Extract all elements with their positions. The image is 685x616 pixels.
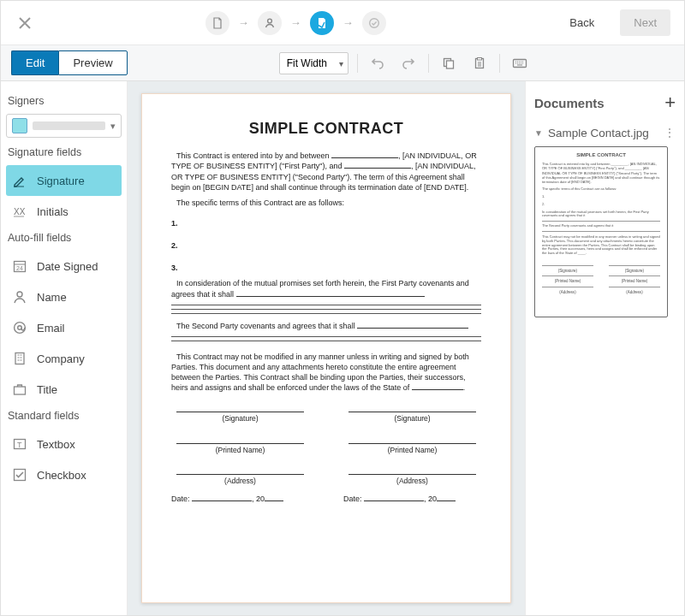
building-icon xyxy=(11,350,28,367)
divider xyxy=(357,54,358,73)
divider xyxy=(499,54,500,73)
chevron-right-icon: → xyxy=(238,16,249,29)
collapse-icon[interactable]: ▼ xyxy=(534,128,543,138)
svg-point-11 xyxy=(15,323,26,334)
add-document-button[interactable]: + xyxy=(664,92,676,114)
doc-title: SIMPLE CONTRACT xyxy=(171,118,481,139)
workspace: Signers ▾ Signature fields Signature XX … xyxy=(1,81,684,615)
field-label: Email xyxy=(37,322,65,335)
wizard-topbar: → → → Back Next xyxy=(1,1,684,45)
field-label: Textbox xyxy=(37,438,75,451)
svg-rect-13 xyxy=(15,353,24,364)
signers-heading: Signers xyxy=(8,95,120,107)
field-label: Initials xyxy=(37,205,68,218)
at-icon xyxy=(11,319,28,336)
doc-paragraph: The Second Party covenants and agrees th… xyxy=(171,321,481,331)
document-canvas[interactable]: SIMPLE CONTRACT This Contract is entered… xyxy=(128,81,525,615)
documents-panel: Documents + ▼ Sample Contact.jpg ⋮ SIMPL… xyxy=(525,81,684,615)
field-signature[interactable]: Signature xyxy=(6,165,122,196)
doc-paragraph: In consideration of the mutual promises … xyxy=(171,278,481,299)
textbox-icon: T xyxy=(11,435,28,453)
document-page[interactable]: SIMPLE CONTRACT This Contract is entered… xyxy=(141,93,511,603)
chevron-right-icon: → xyxy=(290,16,301,29)
sig-caption: (Signature) xyxy=(343,414,481,424)
document-name: Sample Contact.jpg xyxy=(548,127,649,139)
doc-numbered-item: 3. xyxy=(171,263,481,273)
svg-point-1 xyxy=(369,18,378,27)
document-list-item[interactable]: ▼ Sample Contact.jpg ⋮ xyxy=(534,126,676,139)
divider xyxy=(428,54,429,73)
tab-edit[interactable]: Edit xyxy=(11,50,58,75)
field-company[interactable]: Company xyxy=(6,343,122,374)
field-label: Checkbox xyxy=(37,469,86,482)
documents-heading: Documents xyxy=(534,96,605,110)
svg-text:XX: XX xyxy=(14,207,26,216)
fields-panel: Signers ▾ Signature fields Signature XX … xyxy=(1,81,128,615)
field-label: Date Signed xyxy=(37,260,98,273)
doc-numbered-item: 1. xyxy=(171,218,481,228)
svg-point-0 xyxy=(267,19,271,23)
field-label: Signature xyxy=(37,175,85,187)
doc-numbered-item: 2. xyxy=(171,240,481,251)
field-label: Company xyxy=(37,352,85,365)
field-label: Name xyxy=(37,291,67,304)
sig-caption: (Printed Name) xyxy=(343,446,481,455)
chevron-down-icon: ▾ xyxy=(110,121,116,132)
field-date-signed[interactable]: 24 Date Signed xyxy=(6,251,122,281)
date-row: Date: , 20 Date: , 20 xyxy=(171,494,481,504)
signature-row: (Printed Name) (Printed Name) xyxy=(171,433,481,455)
step-document-icon[interactable] xyxy=(206,11,229,35)
person-icon xyxy=(11,288,28,305)
field-initials[interactable]: XX Initials xyxy=(6,196,122,227)
pen-icon xyxy=(11,172,28,189)
keyboard-icon[interactable] xyxy=(509,52,531,74)
svg-point-10 xyxy=(17,292,22,297)
field-checkbox[interactable]: Checkbox xyxy=(6,459,122,490)
wizard-steps: → → → xyxy=(42,11,549,35)
back-button[interactable]: Back xyxy=(556,9,608,36)
checkbox-icon xyxy=(11,466,28,483)
standard-fields-heading: Standard fields xyxy=(8,410,120,422)
sig-caption: (Address) xyxy=(343,477,481,486)
field-label: Title xyxy=(37,383,57,396)
editor-toolbar: Edit Preview Fit Width xyxy=(1,45,684,81)
step-review-icon[interactable] xyxy=(362,11,386,35)
more-menu-icon[interactable]: ⋮ xyxy=(664,126,676,139)
step-recipient-icon[interactable] xyxy=(258,11,282,35)
signature-row: (Signature) (Signature) xyxy=(171,401,481,424)
signature-row: (Address) (Address) xyxy=(171,464,481,486)
field-textbox[interactable]: T Textbox xyxy=(6,429,122,459)
field-title[interactable]: Title xyxy=(6,374,122,405)
paste-icon[interactable] xyxy=(468,52,491,74)
step-fields-icon[interactable] xyxy=(310,11,334,35)
initials-icon: XX xyxy=(11,203,28,220)
signer-name-placeholder xyxy=(33,121,105,130)
svg-rect-14 xyxy=(15,387,26,394)
close-icon[interactable] xyxy=(15,13,35,33)
mode-tabs: Edit Preview xyxy=(11,50,128,75)
calendar-icon: 24 xyxy=(11,258,28,275)
svg-rect-3 xyxy=(447,61,454,68)
document-thumbnail[interactable]: SIMPLE CONTRACT This Contract is entered… xyxy=(534,146,668,317)
svg-text:T: T xyxy=(17,441,22,449)
undo-icon[interactable] xyxy=(366,52,389,74)
thumb-title: SIMPLE CONTRACT xyxy=(542,152,660,158)
sig-caption: (Printed Name) xyxy=(171,446,309,455)
doc-paragraph: This Contract may not be modified in any… xyxy=(171,352,481,394)
svg-text:24: 24 xyxy=(16,265,23,271)
doc-paragraph: The specific terms of this Contract are … xyxy=(171,198,481,208)
signature-fields-heading: Signature fields xyxy=(8,146,120,158)
signer-select[interactable]: ▾ xyxy=(6,114,122,138)
redo-icon[interactable] xyxy=(397,52,420,74)
chevron-right-icon: → xyxy=(342,16,354,29)
doc-paragraph: This Contract is entered into by and bet… xyxy=(171,151,481,192)
next-button[interactable]: Next xyxy=(620,9,670,36)
field-email[interactable]: Email xyxy=(6,312,122,343)
briefcase-icon xyxy=(11,381,28,398)
zoom-select[interactable]: Fit Width xyxy=(279,52,348,74)
tab-preview[interactable]: Preview xyxy=(58,50,127,75)
field-name[interactable]: Name xyxy=(6,281,122,312)
signer-color-swatch xyxy=(12,118,27,133)
sig-caption: (Signature) xyxy=(171,414,309,424)
copy-icon[interactable] xyxy=(438,52,460,74)
